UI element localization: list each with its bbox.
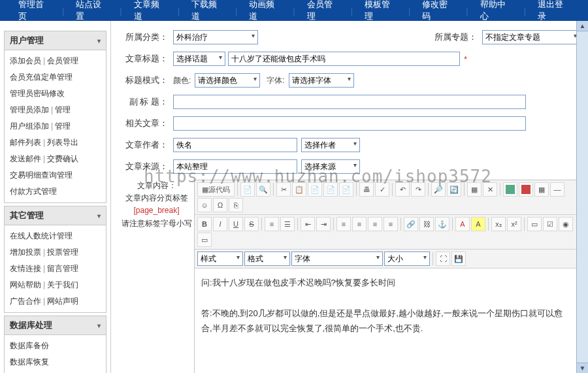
author-input[interactable] — [173, 138, 297, 152]
numlist-icon[interactable]: ≡ — [265, 217, 279, 231]
copy-icon[interactable]: 📋 — [292, 182, 306, 197]
maximize-icon[interactable]: ⛶ — [436, 251, 450, 266]
sidebar-link[interactable]: 管理员添加 — [10, 105, 49, 114]
hr-icon[interactable]: — — [550, 182, 564, 197]
scroll-down-icon[interactable]: ▼ — [577, 363, 588, 373]
sidebar-link[interactable]: 交费确认 — [47, 154, 78, 163]
bulletlist-icon[interactable]: ☰ — [280, 217, 295, 231]
sidebar-group-1[interactable]: 其它管理▾ — [4, 206, 106, 225]
title-font-select[interactable]: 请选择字体 — [289, 73, 354, 88]
paste-text-icon[interactable]: 📄 — [323, 182, 338, 197]
sidebar-link[interactable]: 邮件列表 — [10, 138, 41, 147]
sidebar-link[interactable]: 广告合作 — [10, 297, 41, 306]
topnav-2[interactable]: 文章频道 — [122, 0, 178, 22]
flash-icon[interactable] — [519, 182, 533, 197]
category-select[interactable]: 外科治疗 — [173, 30, 258, 44]
topnav-8[interactable]: 帮助中心 — [468, 0, 524, 22]
topnav-9[interactable]: 退出登录 — [526, 0, 581, 22]
source-input[interactable] — [173, 159, 297, 174]
sidebar-link[interactable]: 添加会员 — [10, 56, 41, 65]
sidebar-link[interactable]: 列表导出 — [47, 138, 78, 147]
specialchar-icon[interactable]: Ω — [213, 198, 227, 212]
related-input[interactable] — [173, 116, 526, 131]
print-icon[interactable]: 🖶 — [359, 182, 374, 197]
sidebar-group-2[interactable]: 数据库处理▾ — [4, 316, 106, 335]
selectall-icon[interactable]: ▦ — [467, 182, 482, 197]
link-icon[interactable]: 🔗 — [404, 217, 418, 231]
source-code-button[interactable]: ▦ 源代码 — [197, 182, 235, 197]
sidebar-link[interactable]: 管理 — [55, 122, 71, 131]
cut-icon[interactable]: ✂ — [276, 182, 291, 197]
sidebar-link[interactable]: 友情连接 — [10, 264, 41, 273]
strike-icon[interactable]: S — [244, 217, 259, 231]
topnav-0[interactable]: 管理首页 — [7, 0, 62, 22]
style-select[interactable]: 样式 — [197, 251, 243, 266]
author-select[interactable]: 选择作者 — [301, 138, 360, 152]
paste-word-icon[interactable]: 📄 — [339, 182, 353, 197]
table-icon[interactable]: ▦ — [534, 182, 549, 197]
subtitle-input[interactable] — [173, 95, 526, 109]
sidebar-link[interactable]: 会员充值定单管理 — [10, 73, 73, 82]
italic-icon[interactable]: I — [213, 217, 227, 231]
title-color-select[interactable]: 请选择颜色 — [195, 73, 260, 88]
sidebar-link[interactable]: 网站帮助 — [10, 280, 41, 289]
sidebar-link[interactable]: 增加投票 — [10, 248, 41, 257]
sidebar-link[interactable]: 付款方式管理 — [10, 187, 57, 196]
sidebar-link[interactable]: 留言管理 — [47, 264, 78, 273]
fontsize-select[interactable]: 大小 — [384, 251, 430, 266]
align-justify-icon[interactable]: ≡ — [384, 217, 398, 231]
sidebar-link[interactable]: 关于我们 — [47, 280, 78, 289]
textfield-icon[interactable]: ▭ — [197, 233, 212, 247]
underline-icon[interactable]: U — [229, 217, 243, 231]
topnav-4[interactable]: 动画频道 — [237, 0, 293, 22]
title-topic-select[interactable]: 选择话题 — [173, 52, 225, 66]
bold-icon[interactable]: B — [197, 217, 212, 231]
sidebar-link[interactable]: 管理 — [55, 105, 71, 114]
right-scrollbar[interactable]: ▲ ▼ — [576, 21, 588, 373]
title-input[interactable] — [228, 52, 460, 66]
sidebar-group-0[interactable]: 用户管理▾ — [4, 31, 106, 50]
align-left-icon[interactable]: ≡ — [336, 217, 351, 231]
find-icon[interactable]: 🔎 — [431, 182, 446, 197]
indent-icon[interactable]: ⇥ — [316, 217, 331, 231]
sidebar-link[interactable]: 交易明细查询管理 — [10, 170, 73, 180]
unlink-icon[interactable]: ⛓ — [419, 217, 434, 231]
format-select[interactable]: 格式 — [244, 251, 290, 266]
topnav-5[interactable]: 会员管理 — [295, 0, 351, 22]
subscript-icon[interactable]: x₂ — [491, 217, 506, 231]
sidebar-link[interactable]: 投票管理 — [47, 248, 78, 257]
align-center-icon[interactable]: ≡ — [352, 217, 367, 231]
scroll-up-icon[interactable]: ▲ — [577, 21, 588, 31]
undo-icon[interactable]: ↶ — [395, 182, 410, 197]
checkbox-icon[interactable]: ☑ — [543, 217, 557, 231]
replace-icon[interactable]: 🔄 — [447, 182, 461, 197]
sidebar-link[interactable]: 会员管理 — [47, 56, 78, 65]
save-icon[interactable]: 💾 — [451, 251, 466, 266]
sidebar-link[interactable]: 管理员密码修改 — [10, 89, 65, 98]
sidebar-link[interactable]: 数据库恢复 — [10, 357, 49, 366]
topnav-3[interactable]: 下载频道 — [180, 0, 235, 22]
removeformat-icon[interactable]: ✕ — [483, 182, 497, 197]
anchor-icon[interactable]: ⚓ — [435, 217, 449, 231]
superscript-icon[interactable]: x² — [507, 217, 521, 231]
radio-icon[interactable]: ◉ — [559, 217, 573, 231]
outdent-icon[interactable]: ⇤ — [301, 217, 315, 231]
topic-select[interactable]: 不指定文章专题 — [482, 30, 580, 44]
image-icon[interactable] — [503, 182, 517, 197]
sidebar-link[interactable]: 用户组添加 — [10, 122, 49, 131]
paste-icon[interactable]: 📄 — [308, 182, 322, 197]
source-select[interactable]: 选择来源 — [301, 159, 360, 174]
sidebar-link[interactable]: 数据库备份 — [10, 341, 49, 350]
align-right-icon[interactable]: ≡ — [368, 217, 382, 231]
bgcolor-icon[interactable]: A — [471, 217, 485, 231]
sidebar-link[interactable]: 网站声明 — [47, 297, 78, 306]
sidebar-link[interactable]: 在线人数统计管理 — [10, 231, 73, 240]
sidebar-link[interactable]: 发送邮件 — [10, 154, 41, 163]
redo-icon[interactable]: ↷ — [411, 182, 425, 197]
form-icon[interactable]: ▭ — [527, 217, 542, 231]
pagebreak-icon[interactable]: ⎘ — [229, 198, 243, 212]
fontfamily-select[interactable]: 字体 — [291, 251, 383, 266]
preview-icon[interactable]: 🔍 — [256, 182, 270, 197]
spellcheck-icon[interactable]: ✓ — [375, 182, 389, 197]
topnav-1[interactable]: 站点设置 — [64, 0, 120, 22]
